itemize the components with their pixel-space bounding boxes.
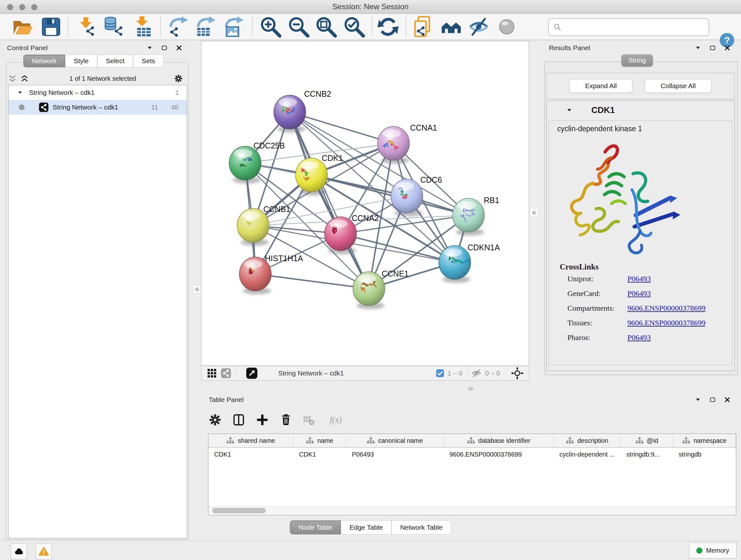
results-close-icon[interactable] <box>724 44 731 51</box>
network-graph[interactable]: CCNB2CCNA1CDC25BCDK1CDC6RB1CCNB1CCNA2CDK… <box>201 41 529 366</box>
shared-column-icon <box>682 436 690 445</box>
collection-expand-icon[interactable] <box>17 89 23 96</box>
birds-eye-view-icon[interactable] <box>206 368 217 379</box>
toolbar-separator <box>68 16 68 37</box>
column-header-canonicalname[interactable]: canonical name <box>346 434 444 447</box>
table-cell: CDK1 <box>293 448 346 461</box>
zoom-out-button[interactable] <box>287 17 310 37</box>
add-column-icon[interactable] <box>255 413 269 427</box>
zoom-in-button[interactable] <box>259 17 282 37</box>
horizontal-splitter-handle[interactable] <box>468 387 474 391</box>
entry-collapse-icon[interactable] <box>566 107 573 114</box>
column-header-sharedname[interactable]: shared name <box>208 434 293 447</box>
panel-menu-icon[interactable] <box>146 44 153 51</box>
hide-selected-nodes-button[interactable] <box>467 17 490 37</box>
import-network-from-database-button[interactable] <box>103 17 126 37</box>
panel-close-icon[interactable] <box>176 44 183 51</box>
table-gear-icon[interactable] <box>208 413 222 427</box>
tab-network-table[interactable]: Network Table <box>392 520 451 535</box>
new-network-from-selection-button[interactable] <box>412 17 434 37</box>
tab-sets[interactable]: Sets <box>133 55 164 67</box>
network-node-CCNB2[interactable] <box>274 95 306 129</box>
results-menu-icon[interactable] <box>694 44 701 51</box>
table-cell: CDK1 <box>208 448 293 461</box>
table-hscrollbar[interactable] <box>208 506 736 515</box>
collapse-all-networks-icon[interactable] <box>8 74 17 83</box>
crosslink-link[interactable]: 9606.ENSP00000378699 <box>627 319 705 327</box>
search-icon <box>553 22 562 32</box>
fit-selected-icon[interactable] <box>511 367 524 380</box>
right-splitter-handle[interactable] <box>530 208 538 217</box>
results-entry-header[interactable]: CDK1 <box>547 101 734 120</box>
tab-edge-table[interactable]: Edge Table <box>341 520 392 535</box>
network-collection-row[interactable]: String Network – cdk1 1 <box>9 85 187 100</box>
import-table-from-file-button[interactable] <box>131 17 154 37</box>
cloud-status-button[interactable] <box>11 543 27 559</box>
toolbar-search-input[interactable] <box>565 23 709 32</box>
toolbar-separator <box>372 16 372 37</box>
crosslink-link[interactable]: 9606.ENSP00000378699 <box>627 304 705 313</box>
column-header-namespace[interactable]: namespace <box>673 434 736 447</box>
table-float-icon[interactable] <box>709 396 716 403</box>
crosslink-link[interactable]: P06493 <box>627 333 651 342</box>
delete-column-icon[interactable] <box>279 413 293 427</box>
zoom-selected-region-button[interactable] <box>343 17 366 37</box>
crosslink-link[interactable]: P06493 <box>627 289 651 298</box>
tab-select[interactable]: Select <box>97 55 133 67</box>
network-options-gear-icon[interactable] <box>174 74 183 83</box>
network-node-RB1[interactable] <box>453 198 484 232</box>
results-float-icon[interactable] <box>709 44 716 51</box>
export-table-icon <box>193 15 216 38</box>
table-close-icon[interactable] <box>724 396 731 403</box>
tab-string[interactable]: String <box>621 54 653 66</box>
memory-button[interactable]: Memory <box>689 543 737 558</box>
tab-style[interactable]: Style <box>65 55 97 67</box>
open-session-button[interactable] <box>11 17 34 37</box>
tab-node-table[interactable]: Node Table <box>290 520 341 535</box>
network-node-CDC6[interactable] <box>391 179 423 213</box>
column-header-description[interactable]: description <box>554 434 621 447</box>
export-network-button[interactable] <box>166 17 189 37</box>
network-node-CDC25B[interactable] <box>229 146 261 180</box>
show-all-nodes-edges-button[interactable] <box>495 17 518 37</box>
expand-all-button[interactable]: Expand All <box>569 79 632 93</box>
table-row[interactable]: CDK1CDK1P064939606.ENSP00000378699cyclin… <box>208 448 736 461</box>
shared-column-icon <box>367 436 375 445</box>
left-splitter-handle[interactable] <box>193 285 201 294</box>
hidden-count-badge: 0 – 0 <box>485 369 500 377</box>
export-image-button[interactable] <box>221 17 245 37</box>
control-panel-tabs: NetworkStyleSelectSets <box>23 55 164 67</box>
table-cell: stringdb <box>673 448 736 461</box>
collapse-all-button[interactable]: Collapse All <box>645 79 712 93</box>
refresh-network-view-button[interactable] <box>377 17 400 37</box>
network-node-CCNA1[interactable] <box>378 126 409 160</box>
shared-column-icon <box>635 436 644 445</box>
save-session-button[interactable] <box>40 17 63 37</box>
collection-count: 1 <box>175 89 179 97</box>
column-header-name[interactable]: name <box>293 434 346 447</box>
detach-view-icon[interactable] <box>246 367 258 379</box>
tab-network[interactable]: Network <box>23 55 65 67</box>
crosslink-link[interactable]: P06493 <box>627 274 651 283</box>
crosslink-row: Tissues:9606.ENSP00000378699 <box>549 315 732 330</box>
network-canvas[interactable]: CCNB2CCNA1CDC25BCDK1CDC6RB1CCNB1CCNA2CDK… <box>201 41 529 366</box>
selected-count-checkbox[interactable] <box>435 369 445 378</box>
expand-all-networks-icon[interactable] <box>20 74 29 83</box>
first-neighbors-of-selected-button[interactable] <box>440 17 463 37</box>
import-network-from-file-button[interactable] <box>75 17 98 37</box>
node-label-CDC6: CDC6 <box>420 175 442 184</box>
panel-float-icon[interactable] <box>161 44 168 51</box>
network-row[interactable]: String Network – cdk1 11 48 <box>9 100 187 115</box>
column-header-id[interactable]: @id <box>621 434 673 447</box>
column-header-databaseidentifier[interactable]: database identifier <box>444 434 554 447</box>
node-table[interactable]: shared namenamecanonical namedatabase id… <box>208 434 736 515</box>
warnings-button[interactable] <box>36 543 52 559</box>
zoom-fit-content-button[interactable] <box>315 17 338 37</box>
show-columns-icon[interactable] <box>232 413 246 427</box>
table-menu-icon[interactable] <box>694 396 701 403</box>
network-node-CCNE1[interactable] <box>353 272 385 306</box>
table-hscrollbar-thumb[interactable] <box>212 508 266 513</box>
network-node-CDKN1A[interactable] <box>439 246 471 279</box>
export-table-button[interactable] <box>193 17 216 37</box>
network-node-CDK1[interactable] <box>295 158 327 192</box>
